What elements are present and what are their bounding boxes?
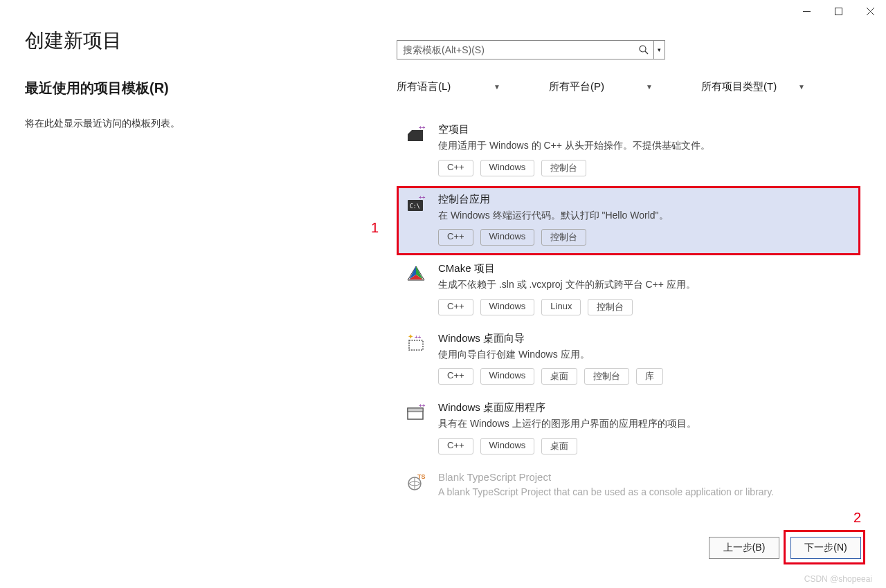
template-title: CMake 项目 [438,262,852,275]
maximize-button[interactable] [822,0,854,22]
template-tags: C++Windows桌面 [438,438,852,454]
back-button[interactable]: 上一步(B) [709,537,779,559]
filter-language-label: 所有语言(L) [397,80,451,93]
template-tag: Windows [480,229,535,246]
svg-rect-1 [835,8,842,15]
template-description: A blank TypeScript Project that can be u… [438,486,852,499]
template-item[interactable]: ++Windows 桌面应用程序具有在 Windows 上运行的图形用户界面的应… [397,394,860,464]
template-tag: Windows [480,438,535,454]
filter-language[interactable]: 所有语言(L) ▼ [397,80,500,93]
template-description: 在 Windows 终端运行代码。默认打印 "Hello World"。 [438,209,852,223]
template-item[interactable]: TSBlank TypeScript ProjectA blank TypeSc… [397,464,860,516]
template-title: Blank TypeScript Project [438,471,852,483]
template-item[interactable]: ++空项目使用适用于 Windows 的 C++ 从头开始操作。不提供基础文件。… [397,116,860,186]
search-dropdown[interactable]: ▾ [653,41,664,59]
page-title: 创建新项目 [25,28,122,54]
template-tag: C++ [438,160,473,176]
chevron-down-icon: ▼ [798,83,805,91]
svg-rect-21 [408,408,423,412]
template-tag: C++ [438,368,473,385]
template-title: 空项目 [438,123,852,136]
search-input[interactable] [397,41,634,59]
template-tag: 控制台 [541,160,586,176]
filter-projtype[interactable]: 所有项目类型(T) ▼ [701,80,805,93]
filter-platform-label: 所有平台(P) [549,80,604,93]
watermark: CSDN @shopeeai [804,574,872,584]
template-tag: Windows [480,299,535,315]
chevron-down-icon: ▼ [494,83,500,91]
template-tag: Linux [541,299,581,315]
template-item[interactable]: CMake 项目生成不依赖于 .sln 或 .vcxproj 文件的新式跨平台 … [397,255,860,325]
svg-text:C:\: C:\ [410,203,420,210]
desktop-app-icon: ++ [405,401,427,423]
template-tags: C++Windows控制台 [438,160,852,176]
template-tag: 控制台 [541,229,586,246]
template-tags: C++Windows控制台 [438,229,852,246]
chevron-down-icon: ▼ [646,83,653,91]
annotation-1: 1 [371,220,379,236]
close-button[interactable] [854,0,886,22]
svg-text:++: ++ [419,125,426,131]
template-item[interactable]: ++C:\控制台应用在 Windows 终端运行代码。默认打印 "Hello W… [397,186,860,256]
template-tags: C++Windows桌面控制台库 [438,368,852,385]
annotation-2: 2 [853,510,861,526]
svg-line-5 [645,51,648,54]
template-tag: 库 [636,368,663,385]
template-description: 具有在 Windows 上运行的图形用户界面的应用程序的项目。 [438,417,852,431]
template-title: Windows 桌面向导 [438,332,852,345]
console-icon: ++C:\ [405,193,427,215]
template-tag: 桌面 [541,438,577,454]
filter-projtype-label: 所有项目类型(T) [701,80,777,93]
template-description: 生成不依赖于 .sln 或 .vcxproj 文件的新式跨平台 C++ 应用。 [438,278,852,292]
search-icon[interactable] [634,45,653,55]
template-tag: C++ [438,438,473,454]
template-description: 使用向导自行创建 Windows 应用。 [438,348,852,362]
next-button[interactable]: 下一步(N) [790,537,861,559]
template-title: Windows 桌面应用程序 [438,401,852,414]
filter-platform[interactable]: 所有平台(P) ▼ [549,80,653,93]
recent-empty-text: 将在此处显示最近访问的模板列表。 [25,118,180,130]
cmake-icon [405,262,427,284]
template-title: 控制台应用 [438,193,852,206]
minimize-button[interactable] [790,0,822,22]
svg-point-4 [640,46,646,52]
svg-text:++: ++ [415,334,422,340]
template-tag: 控制台 [588,299,633,315]
search-container: ▾ [397,40,665,59]
svg-text:✦: ✦ [408,333,413,340]
svg-rect-18 [409,340,423,350]
template-tag: Windows [480,160,535,176]
template-item[interactable]: ++✦Windows 桌面向导使用向导自行创建 Windows 应用。C++Wi… [397,325,860,395]
template-tag: 桌面 [541,368,577,385]
svg-text:++: ++ [419,194,426,201]
template-tags: C++WindowsLinux控制台 [438,299,852,315]
ts-icon: TS [405,471,427,493]
template-tag: Windows [480,368,535,385]
template-description: 使用适用于 Windows 的 C++ 从头开始操作。不提供基础文件。 [438,139,852,153]
template-tag: 控制台 [584,368,629,385]
template-tag: C++ [438,299,473,315]
empty-proj-icon: ++ [405,123,427,145]
template-tag: C++ [438,229,473,246]
wizard-icon: ++✦ [405,332,427,354]
recent-title: 最近使用的项目模板(R) [25,79,169,98]
